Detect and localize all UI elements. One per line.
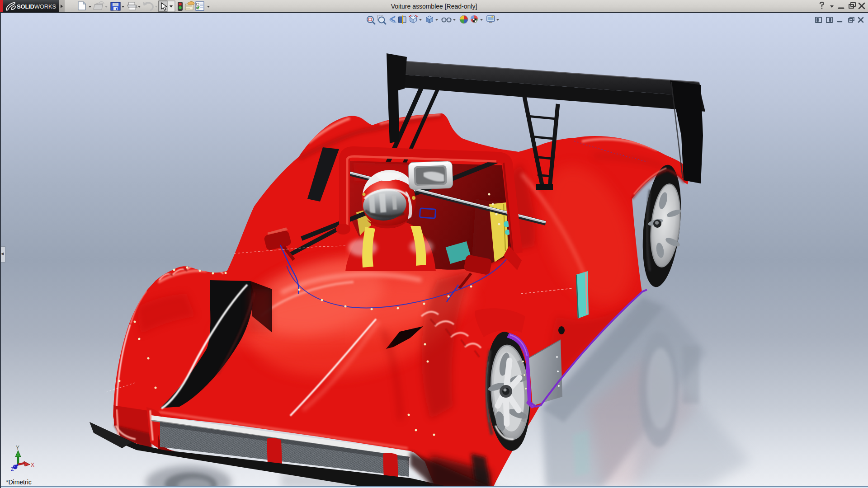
svg-text:Y: Y xyxy=(16,445,19,451)
svg-text:Z: Z xyxy=(11,466,14,472)
svg-text:X: X xyxy=(31,462,34,468)
